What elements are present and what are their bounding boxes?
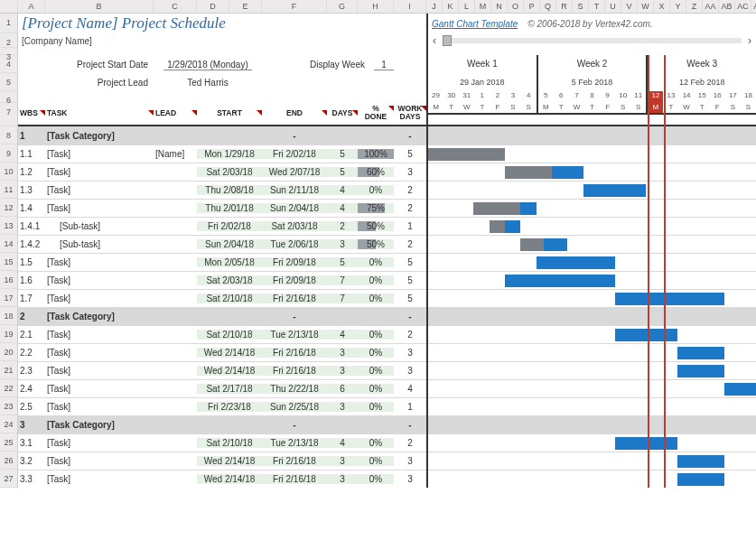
col-header-B[interactable]: B	[45, 0, 154, 13]
row-header-7[interactable]: 7	[0, 103, 17, 126]
row-header-10[interactable]: 10	[0, 163, 17, 181]
cell-days[interactable]: 5	[327, 167, 358, 177]
col-header-D[interactable]: D	[197, 0, 229, 13]
col-header-Q[interactable]: Q	[540, 0, 556, 13]
cell-work[interactable]: 2	[394, 185, 426, 195]
cell-end[interactable]: Tue 2/13/18	[262, 330, 327, 340]
col-header-J[interactable]: J	[426, 0, 443, 13]
cell-task[interactable]: [Task]	[45, 185, 154, 195]
col-task[interactable]: TASK	[45, 109, 154, 119]
project-start-date-cell[interactable]: 1/29/2018 (Monday)	[163, 60, 252, 70]
cell-wbs[interactable]: 3.2	[18, 456, 45, 466]
row-header-3[interactable]: 3	[0, 48, 17, 55]
cell-task[interactable]: [Task]	[45, 474, 154, 484]
cell-days[interactable]: 4	[327, 185, 358, 195]
col-header-AC[interactable]: AC	[735, 0, 751, 13]
cell-pct-done[interactable]: 0%	[358, 366, 394, 376]
cell-end[interactable]: Sun 2/11/18	[262, 185, 327, 195]
col-header-L[interactable]: L	[459, 0, 475, 13]
row-header-6[interactable]: 6	[0, 91, 17, 103]
cell-end[interactable]: Wed 2/07/18	[262, 167, 327, 177]
cell-days[interactable]: 7	[327, 293, 358, 303]
col-header-V[interactable]: V	[621, 0, 638, 13]
row-header-19[interactable]: 19	[0, 325, 17, 343]
cell-end[interactable]: -	[262, 131, 327, 141]
cell-task[interactable]: [Task]	[45, 293, 154, 303]
cell-work[interactable]: -	[394, 420, 426, 430]
cell-work[interactable]: 2	[394, 203, 426, 213]
cell-start[interactable]: Fri 2/02/18	[197, 221, 262, 231]
cell-pct-done[interactable]: 50%	[358, 239, 394, 249]
col-header-I[interactable]: I	[394, 0, 426, 13]
prev-week-button[interactable]: ‹	[428, 34, 441, 47]
cell-task[interactable]: [Task]	[45, 438, 154, 448]
cell-days[interactable]: 4	[327, 203, 358, 213]
cell-work[interactable]: 3	[394, 366, 426, 376]
cell-start[interactable]: Wed 2/14/18	[197, 474, 262, 484]
cell-work[interactable]: 4	[394, 384, 426, 394]
cell-end[interactable]: Sat 2/03/18	[262, 221, 327, 231]
row-header-4[interactable]: 4	[0, 55, 17, 73]
cell-lead[interactable]: [Name]	[154, 149, 197, 159]
cell-start[interactable]: Fri 2/23/18	[197, 402, 262, 412]
col-header-U[interactable]: U	[605, 0, 621, 13]
cell-end[interactable]: -	[262, 312, 327, 321]
row-header-24[interactable]: 24	[0, 415, 17, 433]
col-start[interactable]: START	[197, 109, 262, 119]
cell-work[interactable]: 1	[394, 221, 426, 231]
cell-work[interactable]: 2	[394, 330, 426, 340]
cell-pct-done[interactable]: 0%	[358, 456, 394, 466]
cell-end[interactable]: Fri 2/16/18	[262, 293, 327, 303]
row-header-25[interactable]: 25	[0, 433, 17, 452]
next-week-button[interactable]: ›	[743, 34, 756, 47]
col-header-W[interactable]: W	[638, 0, 654, 13]
row-header-26[interactable]: 26	[0, 452, 17, 470]
week-scroll-thumb[interactable]	[443, 35, 452, 46]
cell-work[interactable]: 2	[394, 239, 426, 249]
row-header-14[interactable]: 14	[0, 235, 17, 253]
cell-pct-done[interactable]: 0%	[358, 275, 394, 285]
cell-start[interactable]: Sat 2/17/18	[197, 384, 262, 394]
row-header-23[interactable]: 23	[0, 397, 17, 415]
cell-days[interactable]: 3	[327, 402, 358, 412]
cell-end[interactable]: Fri 2/16/18	[262, 474, 327, 484]
cell-days[interactable]: 5	[327, 149, 358, 159]
cell-start[interactable]: Wed 2/14/18	[197, 456, 262, 466]
cell-work[interactable]: 5	[394, 257, 426, 267]
row-header-16[interactable]: 16	[0, 271, 17, 289]
cell-end[interactable]: Tue 2/13/18	[262, 438, 327, 448]
cell-start[interactable]: Wed 2/14/18	[197, 348, 262, 358]
cell-start[interactable]: Sat 2/03/18	[197, 167, 262, 177]
cell-task[interactable]: [Task]	[45, 257, 154, 267]
cell-wbs[interactable]: 2.3	[18, 366, 45, 376]
cell-task[interactable]: [Task]	[45, 348, 154, 358]
cell-wbs[interactable]: 1.4.2	[18, 239, 45, 249]
cell-wbs[interactable]: 1.4	[18, 203, 45, 213]
cell-pct-done[interactable]: 0%	[358, 474, 394, 484]
cell-end[interactable]: Fri 2/16/18	[262, 456, 327, 466]
col-header-S[interactable]: S	[573, 0, 589, 13]
cell-end[interactable]: Tue 2/06/18	[262, 239, 327, 249]
col-header-Y[interactable]: Y	[670, 0, 686, 13]
cell-pct-done[interactable]: 60%	[358, 167, 394, 177]
cell-days[interactable]: 4	[327, 330, 358, 340]
cell-work[interactable]: 5	[394, 293, 426, 303]
cell-wbs[interactable]: 1.5	[18, 257, 45, 267]
cell-pct-done[interactable]: 75%	[358, 203, 394, 213]
col-end[interactable]: END	[262, 109, 327, 119]
cell-task[interactable]: [Task Category]	[45, 312, 154, 321]
cell-work[interactable]: 2	[394, 438, 426, 448]
cell-pct-done[interactable]: 0%	[358, 402, 394, 412]
col-header-H[interactable]: H	[358, 0, 394, 13]
cell-task[interactable]: [Task]	[45, 402, 154, 412]
cell-end[interactable]: Fri 2/16/18	[262, 366, 327, 376]
cell-start[interactable]: Sat 2/10/18	[197, 293, 262, 303]
cell-task[interactable]: [Task Category]	[45, 420, 154, 430]
cell-wbs[interactable]: 3.3	[18, 474, 45, 484]
cell-end[interactable]: Fri 2/09/18	[262, 257, 327, 267]
cell-task[interactable]: [Task]	[45, 275, 154, 285]
row-header-21[interactable]: 21	[0, 361, 17, 379]
cell-pct-done[interactable]: 0%	[358, 185, 394, 195]
cell-pct-done[interactable]: 0%	[358, 384, 394, 394]
cell-task[interactable]: [Task]	[45, 366, 154, 376]
